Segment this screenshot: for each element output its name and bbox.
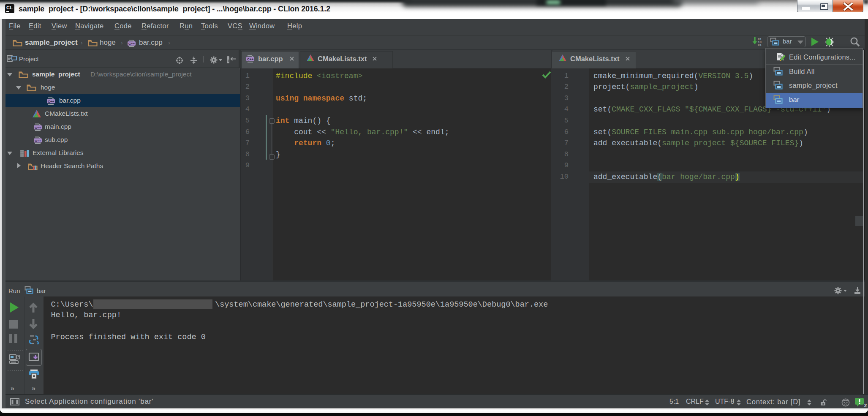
svg-text:C++: C++ — [48, 100, 54, 103]
svg-text:C++: C++ — [128, 42, 135, 46]
svg-text:C++: C++ — [35, 139, 41, 143]
svg-text:2: 2 — [864, 403, 867, 408]
svg-text:C++: C++ — [247, 57, 253, 61]
svg-text:01: 01 — [758, 44, 762, 46]
svg-text:C++: C++ — [35, 126, 41, 130]
